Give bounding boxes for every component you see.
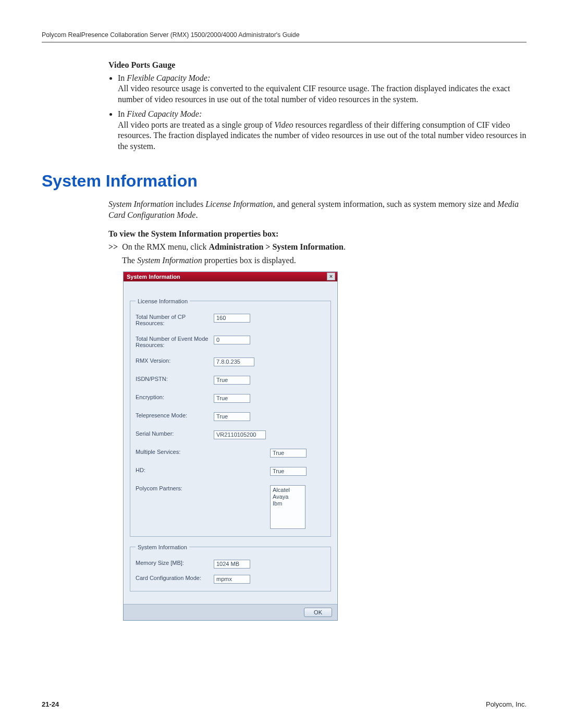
sysinfo-intro: System Information includes License Info…	[108, 199, 527, 221]
label-card-config-mode: Card Configuration Mode:	[136, 575, 214, 581]
doc-header-title: Polycom RealPresence Collaboration Serve…	[42, 31, 527, 39]
bullet-fixed: In Fixed Capacity Mode: All video ports …	[118, 109, 527, 152]
dialog-titlebar: System Information ×	[124, 272, 337, 281]
label-rmx-version: RMX Version:	[136, 357, 214, 364]
footer-company: Polycom, Inc.	[486, 700, 527, 708]
partner-0: Alcatel	[273, 487, 303, 493]
bullet-flexible-lead: In	[118, 73, 127, 82]
value-event-resources: 0	[214, 336, 250, 344]
result-b: System Information	[137, 256, 202, 265]
bullet-fixed-mode: Fixed Capacity Mode:	[127, 109, 202, 118]
label-hd: HD:	[136, 467, 214, 473]
dialog-title: System Information	[127, 274, 180, 280]
step-text-b: .	[344, 242, 346, 251]
sysinfo-intro-6: .	[195, 211, 198, 219]
procedure-result: The System Information properties box is…	[108, 256, 527, 265]
system-information-group: System Information Memory Size [MB]: 102…	[130, 544, 331, 591]
value-polycom-partners: Alcatel Avaya Ibm	[270, 485, 305, 529]
label-serial-number: Serial Number:	[136, 430, 214, 437]
value-memory-size: 1024 MB	[214, 560, 250, 569]
partner-2: Ibm	[273, 500, 303, 507]
value-serial-number: VR2110105200	[214, 430, 266, 439]
label-polycom-partners: Polycom Partners:	[136, 485, 214, 491]
sysinfo-intro-3: License Information	[205, 200, 273, 208]
sysinfo-intro-1: System Information	[108, 200, 174, 208]
license-information-legend: License Information	[136, 298, 190, 304]
partner-1: Avaya	[273, 493, 303, 500]
step-menu-path: Administration > System Information	[209, 242, 343, 251]
license-information-group: License Information Total Number of CP R…	[130, 298, 331, 537]
sysinfo-intro-4: , and general system information, such a…	[273, 200, 498, 208]
value-card-config-mode: mpmx	[214, 575, 250, 584]
video-ports-heading: Video Ports Gauge	[108, 60, 527, 70]
header-rule	[42, 42, 527, 43]
value-telepresence-mode: True	[214, 412, 250, 421]
step-marker: >>	[108, 242, 118, 253]
label-memory-size: Memory Size [MB]:	[136, 560, 214, 566]
sysinfo-intro-2: includes	[174, 200, 205, 208]
bullet-flexible-text: All video resource usage is converted to…	[118, 84, 510, 103]
page-number: 21-24	[42, 700, 59, 708]
close-icon[interactable]: ×	[327, 273, 335, 280]
value-multiple-services: True	[270, 449, 307, 458]
value-rmx-version: 7.8.0.235	[214, 357, 254, 366]
video-ports-list: In Flexible Capacity Mode: All video res…	[118, 73, 527, 152]
bullet-flexible-mode: Flexible Capacity Mode:	[127, 73, 210, 82]
label-event-resources: Total Number of Event Mode Resources:	[136, 336, 224, 348]
dialog-footer: OK	[124, 604, 337, 620]
bullet-flexible: In Flexible Capacity Mode: All video res…	[118, 73, 527, 105]
value-hd: True	[270, 467, 307, 476]
result-a: The	[122, 256, 137, 265]
ok-button[interactable]: OK	[304, 608, 332, 617]
result-c: properties box is displayed.	[202, 256, 296, 265]
label-cp-resources: Total Number of CP Resources:	[136, 314, 214, 326]
section-heading-system-information: System Information	[42, 171, 527, 191]
label-isdn-pstn: ISDN/PSTN:	[136, 376, 214, 382]
value-cp-resources: 160	[214, 314, 250, 323]
label-multiple-services: Multiple Services:	[136, 449, 214, 455]
label-telepresence-mode: Telepresence Mode:	[136, 412, 214, 418]
step-text-a: On the RMX menu, click	[122, 242, 209, 251]
value-encryption: True	[214, 394, 250, 403]
bullet-fixed-lead: In	[118, 109, 127, 118]
system-information-legend: System Information	[136, 544, 189, 550]
bullet-fixed-text-video: Video	[274, 120, 293, 129]
procedure-heading: To view the System Information propertie…	[108, 229, 527, 239]
system-information-dialog: System Information × License Information…	[123, 272, 338, 621]
value-isdn-pstn: True	[214, 376, 250, 385]
bullet-fixed-text-a: All video ports are treated as a single …	[118, 120, 274, 129]
label-encryption: Encryption:	[136, 394, 214, 400]
procedure-step-1: >> On the RMX menu, click Administration…	[108, 242, 527, 253]
